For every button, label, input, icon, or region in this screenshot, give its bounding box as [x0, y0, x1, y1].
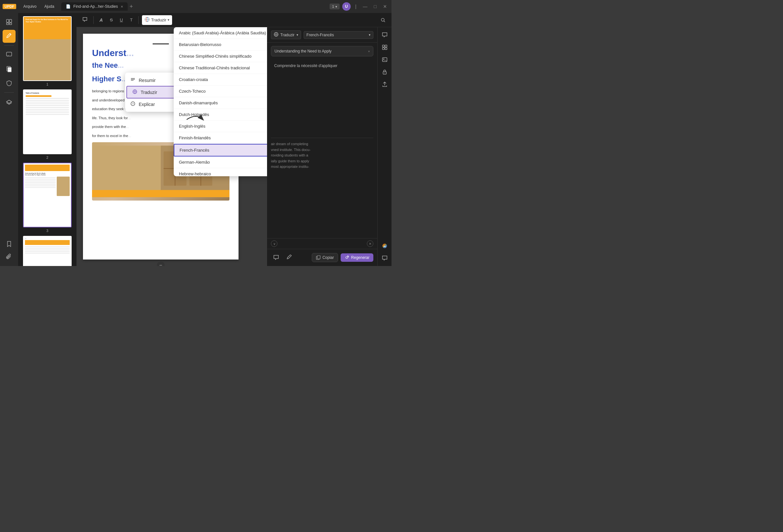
thumb-img-3: Understanding the Need to ApplyInternati…: [23, 163, 72, 227]
thumbnail-4[interactable]: 02 4: [21, 236, 74, 266]
input-chevron-icon: ▾: [368, 50, 370, 53]
zoom-out-button[interactable]: −: [157, 261, 165, 266]
tab-close-icon[interactable]: ✕: [121, 5, 123, 8]
lang-czech[interactable]: Czech-Tcheco: [174, 86, 267, 97]
translate-selector-icon: [274, 32, 278, 38]
rs-comment-icon[interactable]: [379, 30, 390, 40]
svg-rect-36: [385, 48, 387, 50]
thumb-img-1: Find and Apply For the Best Institutes I…: [23, 16, 72, 81]
close-button[interactable]: ✕: [381, 3, 389, 10]
maximize-button[interactable]: □: [372, 3, 379, 10]
svg-rect-1: [9, 20, 12, 22]
tab-bar: 📄 Find-and-Ap...her-Studies ✕ +: [61, 2, 328, 11]
active-tab[interactable]: 📄 Find-and-Ap...her-Studies ✕: [61, 2, 127, 11]
sidebar-icon-security[interactable]: [3, 77, 15, 90]
thumb-1-title: Find and Apply For the Best Institutes I…: [26, 19, 69, 23]
page-content-area: Underst... the Nee... Higher S... belong…: [76, 27, 392, 266]
lang-croatian[interactable]: Croatian-croata: [174, 74, 267, 86]
thumb-img-2: Table of Contents: [23, 89, 72, 154]
svg-text:?: ?: [132, 102, 133, 105]
underline-tool-button[interactable]: U: [117, 15, 125, 25]
svg-rect-20: [92, 190, 229, 197]
footer-edit-icon[interactable]: [284, 252, 294, 263]
thumb-p3-img: [57, 177, 70, 196]
translate-mode-selector[interactable]: Traduzir ▾: [271, 30, 301, 39]
thumb-p4-header: [25, 240, 70, 245]
lang-arabic[interactable]: Arabic (Saudi Arabia)-Árábica (Arábia Sa…: [174, 27, 267, 39]
thumbnail-1[interactable]: Find and Apply For the Best Institutes I…: [21, 16, 74, 86]
translate-tool-button[interactable]: Traduzir ▾: [142, 15, 172, 25]
lang-belarusian[interactable]: Belarusian-Bielorrusso: [174, 39, 267, 51]
text-tool-button[interactable]: T: [127, 15, 135, 25]
translate-selector-chevron-icon: ▾: [296, 33, 298, 37]
toc-line-5: [26, 107, 69, 108]
thumb-p3-text: [25, 177, 56, 196]
toc-line-4: [26, 105, 69, 106]
svg-rect-33: [382, 45, 384, 47]
tab-add-button[interactable]: +: [130, 3, 133, 10]
search-button[interactable]: [378, 15, 388, 25]
menu-ajuda[interactable]: Ajuda: [41, 3, 58, 10]
svg-point-40: [384, 72, 385, 73]
sidebar-icon-layers[interactable]: [3, 95, 15, 108]
rs-export-icon[interactable]: [379, 79, 390, 89]
ctx-translate-icon: [132, 89, 137, 95]
rs-lock-icon[interactable]: [379, 67, 390, 77]
sidebar-icon-thumbnail[interactable]: [3, 15, 15, 29]
toc-line-1: [26, 98, 69, 99]
menu-arquivo[interactable]: Arquivo: [20, 3, 40, 10]
lang-hebrew[interactable]: Hebrew-hebraico: [174, 168, 267, 176]
thumb-label-3: 3: [46, 229, 48, 232]
titlebar-right: 1 ▾ U | — □ ✕: [330, 2, 389, 11]
doc-scroll-area[interactable]: Underst... the Nee... Higher S... belong…: [76, 27, 267, 266]
window-separator-1: |: [353, 3, 358, 10]
rs-scan-icon[interactable]: [379, 42, 390, 53]
close-panel-button[interactable]: ✕: [367, 241, 373, 247]
sidebar-icon-pages[interactable]: [3, 63, 15, 75]
minimize-button[interactable]: —: [361, 3, 370, 10]
page-chevron-icon[interactable]: ▾: [336, 5, 337, 8]
tab-pdf-icon: 📄: [66, 4, 71, 9]
input-text: Understanding the Need to Apply: [275, 49, 332, 54]
copy-button[interactable]: Copiar: [312, 253, 338, 262]
sidebar-icon-comment[interactable]: [3, 48, 15, 61]
sidebar-icon-edit[interactable]: [3, 30, 15, 43]
app-logo: UPDF: [3, 4, 16, 9]
sidebar-separator-2: [4, 92, 14, 93]
sidebar-icon-bookmark[interactable]: [3, 238, 15, 250]
right-panel-output-text: Comprendre la nécessité d'appliquer: [271, 60, 373, 134]
toolbar: A S U T Tradu: [76, 13, 392, 27]
title-bar: UPDF Arquivo Ajuda 📄 Find-and-Ap...her-S…: [0, 0, 392, 13]
user-avatar[interactable]: U: [342, 2, 351, 11]
expand-down-button[interactable]: ∨: [271, 241, 277, 247]
thumb-1-img: [24, 39, 71, 80]
lang-selector-chevron-icon: ▾: [369, 33, 370, 37]
regenerate-button[interactable]: Regenerar: [341, 253, 373, 262]
strikethrough-tool-button[interactable]: S: [107, 15, 115, 25]
comment-tool-button[interactable]: [80, 15, 90, 25]
translate-dropdown-icon[interactable]: ▾: [167, 18, 169, 22]
rs-chat-icon[interactable]: [379, 253, 390, 263]
language-output-selector[interactable]: French-Francês ▾: [304, 31, 373, 39]
main-area: Find and Apply For the Best Institutes I…: [0, 13, 392, 266]
lang-danish[interactable]: Danish-dinamarquês: [174, 97, 267, 109]
sidebar-icon-attachment[interactable]: [3, 250, 15, 263]
thumbnail-2[interactable]: Table of Contents 2: [21, 89, 74, 159]
lang-chinese-traditional[interactable]: Chinese Traditional-Chinês tradicional: [174, 62, 267, 74]
ctx-translate-label: Traduzir: [140, 90, 157, 95]
lang-finnish[interactable]: Finnish-finlandês: [174, 132, 267, 144]
lang-french[interactable]: French-Francês: [174, 144, 267, 156]
body-text-line3: roviding students with a: [271, 153, 373, 158]
summarize-icon: [130, 77, 135, 83]
body-text-line1: air dream of completing: [271, 141, 373, 147]
rs-image-icon[interactable]: [379, 55, 390, 65]
thumb-page3-content: Understanding the Need to ApplyInternati…: [24, 163, 71, 227]
rs-ai-icon[interactable]: AI: [379, 241, 390, 251]
sidebar-bottom: [3, 238, 15, 263]
lang-german[interactable]: German-Alemão: [174, 156, 267, 168]
highlight-tool-button[interactable]: A: [97, 15, 105, 25]
thumb-label-2: 2: [46, 156, 48, 159]
lang-chinese-simplified[interactable]: Chinese Simplified-Chinês simplificado: [174, 51, 267, 62]
thumbnail-3[interactable]: Understanding the Need to ApplyInternati…: [21, 163, 74, 232]
footer-comment-icon[interactable]: [271, 252, 281, 263]
